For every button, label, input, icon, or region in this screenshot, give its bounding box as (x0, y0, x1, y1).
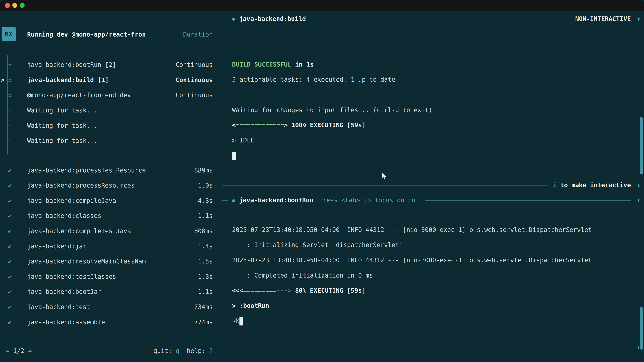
bootrun-pane-output[interactable]: 2025-07-23T13:40:18.950-04:00 INFO 44312… (232, 222, 636, 329)
terminal-cursor (240, 317, 243, 325)
task-row-waiting[interactable]: · Waiting for task... (0, 118, 218, 133)
build-pane-footer: i to make interactive (222, 181, 631, 190)
log-line: 2025-07-23T13:40:18.950-04:00 INFO 44312… (232, 222, 636, 238)
task-label: java-backend:test (27, 303, 194, 311)
task-label: java-backend:bootJar (27, 288, 198, 295)
build-scroll-up-arrow[interactable]: ↑ (634, 14, 643, 23)
task-label: java-backend:bootRun [2] (27, 61, 176, 68)
task-duration: 1.1s (198, 288, 213, 295)
bootrun-scroll-up-arrow[interactable]: ↑ (634, 196, 643, 205)
task-duration: 734ms (194, 303, 213, 311)
task-row-done[interactable]: ✔ java-backend:testClasses 1.3s (0, 269, 218, 284)
gradle-progress-line: <=============> 100% EXECUTING [59s] (232, 118, 636, 133)
task-label: @mono-app/react-frontend:dev (27, 91, 176, 99)
task-duration: 1.0s (198, 182, 213, 189)
task-label: java-backend:classes (27, 212, 198, 219)
log-line: : Initializing Servlet 'dispatcherServle… (232, 238, 636, 253)
bootrun-prompt-line: > :bootRun (232, 298, 636, 314)
task-label: java-backend:resolveMainClassNam (27, 258, 198, 265)
help-key: ? (209, 347, 213, 355)
next-page-arrow-icon[interactable]: → (28, 347, 32, 355)
build-scroll-down-arrow[interactable]: ↓ (634, 181, 643, 190)
prev-page-arrow-icon[interactable]: ← (6, 347, 10, 355)
progress-status-text: 100% EXECUTING [59s] (288, 121, 366, 129)
task-status: Continuous (176, 61, 213, 68)
progress-bar-fill: ============= (236, 121, 284, 129)
border-rule (222, 351, 634, 351)
task-duration: 1.4s (198, 242, 213, 250)
build-time-text: in 1s (292, 61, 314, 68)
completed-task-list: ✔ java-backend:processTestResource 889ms… (0, 163, 218, 330)
check-icon: ✔ (6, 227, 14, 235)
task-row-done[interactable]: ✔ java-backend:resolveMainClassNam 1.5s (0, 254, 218, 269)
keyboard-hints: quit: q help: ? (154, 347, 213, 356)
bootrun-pane-left-border (222, 200, 222, 351)
task-bullet-icon: ● (232, 197, 235, 203)
check-icon: ✔ (6, 212, 14, 219)
task-row-done[interactable]: ✔ java-backend:bootJar 1.1s (0, 284, 218, 299)
bootrun-pane-footer (222, 347, 634, 356)
log-line: 2025-07-23T13:40:18.950-04:00 INFO 44312… (232, 253, 636, 268)
focus-output-hint: Press <tab> to focus output (319, 197, 419, 204)
task-row-done[interactable]: ✔ java-backend:classes 1.1s (0, 208, 218, 223)
border-rule (425, 200, 631, 200)
help-hint-label: help: (180, 347, 209, 355)
task-status: Continuous (176, 76, 213, 83)
build-scrollbar-thumb[interactable] (640, 117, 643, 174)
build-pane-output[interactable]: BUILD SUCCESSFUL in 1s 5 actionable task… (232, 57, 636, 163)
task-row-waiting[interactable]: · Waiting for task... (0, 133, 218, 148)
task-sidebar: NX Running dev @mono-app/react-fron Dura… (0, 11, 218, 362)
zoom-window-button[interactable] (20, 3, 25, 8)
non-interactive-badge: NON-INTERACTIVE (575, 15, 631, 23)
interactive-hint: i to make interactive (553, 181, 631, 189)
task-row-done[interactable]: ✔ java-backend:compileTestJava 808ms (0, 223, 218, 239)
check-icon: ✔ (6, 182, 14, 189)
bootrun-pane-header: ● java-backend:bootRun Press <tab> to fo… (222, 196, 631, 205)
border-rule (222, 185, 548, 185)
task-bullet-icon: ● (232, 16, 235, 22)
progress-close: > (284, 121, 288, 129)
task-row-bootrun[interactable]: ⠶ java-backend:bootRun [2] Continuous (0, 57, 218, 72)
task-row-build-selected[interactable]: > ⠶ java-backend:build [1] Continuous (0, 72, 218, 87)
interactive-hint-text: to make interactive (556, 181, 631, 189)
close-window-button[interactable] (5, 3, 10, 8)
task-row-waiting[interactable]: · Waiting for task... (0, 103, 218, 118)
check-icon: ✔ (6, 303, 14, 311)
task-duration: 1.5s (198, 258, 213, 265)
task-row-done[interactable]: ✔ java-backend:test 734ms (0, 299, 218, 314)
task-row-done[interactable]: ✔ java-backend:assemble 774ms (0, 314, 218, 330)
task-row-done[interactable]: ✔ java-backend:processResources 1.0s (0, 178, 218, 193)
quit-hint-label: quit: (154, 347, 176, 355)
waiting-dot-icon: · (6, 137, 14, 144)
task-label: Waiting for task... (27, 122, 213, 129)
mouse-cursor (382, 172, 387, 180)
task-label: java-backend:compileJava (27, 197, 198, 204)
selected-task-arrow-icon: > (1, 76, 4, 83)
border-segment (222, 18, 228, 19)
check-icon: ✔ (6, 318, 14, 326)
minimize-window-button[interactable] (12, 3, 17, 8)
task-row-frontend-dev[interactable]: ⠶ @mono-app/react-frontend:dev Continuou… (0, 87, 218, 103)
waiting-for-changes-line: Waiting for changes to input files... (c… (232, 103, 636, 118)
task-row-done[interactable]: ✔ java-backend:jar 1.4s (0, 239, 218, 254)
check-icon: ✔ (6, 166, 14, 174)
build-successful-text: BUILD SUCCESSFUL (232, 61, 292, 68)
bootrun-scrollbar-thumb[interactable] (640, 307, 643, 350)
typed-input-text: kk (232, 317, 240, 325)
task-row-done[interactable]: ✔ java-backend:processTestResource 889ms (0, 163, 218, 178)
window-titlebar (0, 0, 644, 11)
task-duration: 4.3s (198, 197, 213, 204)
tasks-summary-line: 5 actionable tasks: 4 executed, 1 up-to-… (232, 72, 636, 87)
border-rule (312, 18, 570, 19)
task-duration: 889ms (194, 166, 213, 174)
blank-line (232, 87, 636, 103)
task-row-done[interactable]: ✔ java-backend:compileJava 4.3s (0, 193, 218, 208)
sidebar-footer: ← 1/2 → quit: q help: ? (0, 347, 218, 356)
build-pane-left-border (222, 19, 222, 185)
task-label: java-backend:compileTestJava (27, 227, 194, 235)
task-label: Waiting for task... (27, 107, 213, 114)
spinner-icon: ⠶ (6, 91, 14, 99)
task-duration: 808ms (194, 227, 213, 235)
nx-tui: NX Running dev @mono-app/react-fron Dura… (0, 11, 644, 362)
progress-status-text: 80% EXECUTING [59s] (292, 287, 366, 294)
